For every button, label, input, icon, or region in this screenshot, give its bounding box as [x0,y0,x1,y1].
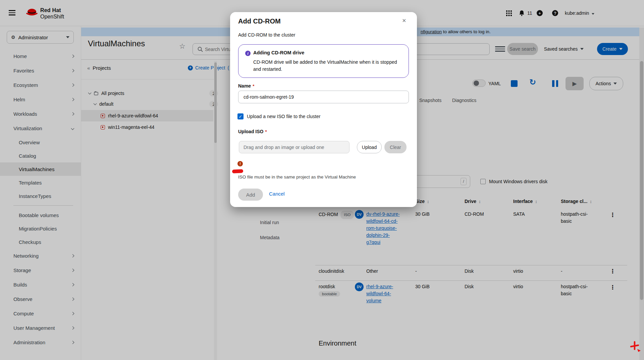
upload-iso-label: Upload ISO* [238,129,267,134]
name-input[interactable] [238,91,409,103]
alert-title: Adding CD-ROM drive [253,50,304,55]
error-icon: ! [237,161,243,166]
modal-title: Add CD-ROM [238,17,281,25]
annotation-cursor-marker [629,340,642,354]
info-alert: i Adding CD-ROM drive CD-ROM drive will … [238,44,409,78]
upload-iso-checkbox[interactable]: ✓ [237,113,244,119]
close-icon[interactable]: × [402,17,406,24]
add-cdrom-modal: Add CD-ROM × Add CD-ROM to the cluster i… [230,12,417,207]
name-label: Name* [238,83,254,89]
openshift-console: Red Hat OpenShift 11 + ? kube:admin [0,0,644,360]
clear-button[interactable]: Clear [384,141,407,153]
iso-helper-text: ISO file must be in the same project as … [238,174,356,179]
required-asterisk: * [253,84,254,89]
upload-iso-checkbox-label: Upload a new ISO file to the cluster [247,114,320,119]
alert-body: CD-ROM drive will be added to the Virtua… [253,59,402,73]
annotation-red-mark [232,169,244,173]
upload-button[interactable]: Upload [357,141,382,153]
cancel-button[interactable]: Cancel [269,191,285,197]
modal-description: Add CD-ROM to the cluster [238,32,295,38]
add-button[interactable]: Add [238,189,263,201]
required-asterisk: * [265,129,267,134]
info-icon: i [245,51,251,56]
file-drop-zone[interactable]: Drag and drop an image or upload one [239,141,350,153]
